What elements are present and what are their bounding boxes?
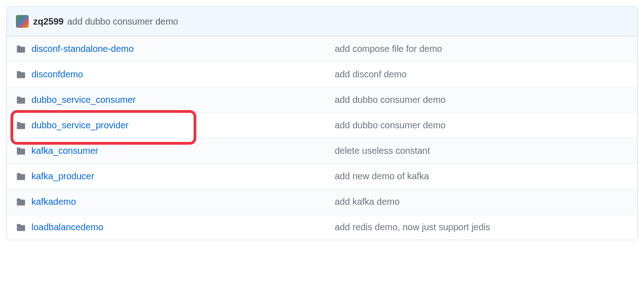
row-commit-message[interactable]: add dubbo consumer demo xyxy=(335,95,628,105)
latest-commit-message[interactable]: add dubbo consumer demo xyxy=(67,16,179,27)
file-name-cell: kafkademo xyxy=(16,197,335,207)
folder-icon xyxy=(16,147,26,155)
file-row: loadbalancedemoadd redis demo, now just … xyxy=(7,214,637,240)
folder-link[interactable]: dubbo_service_provider xyxy=(31,120,128,131)
row-commit-message[interactable]: add new demo of kafka xyxy=(335,171,628,182)
folder-link[interactable]: kafkademo xyxy=(31,197,76,207)
folder-icon xyxy=(16,45,26,53)
row-commit-message[interactable]: add dubbo consumer demo xyxy=(335,120,628,131)
folder-link[interactable]: kafka_consumer xyxy=(31,146,98,156)
folder-icon xyxy=(16,198,26,206)
folder-link[interactable]: disconfdemo xyxy=(31,69,83,80)
author-name[interactable]: zq2599 xyxy=(33,16,64,27)
file-row: disconfdemoadd disconf demo xyxy=(7,61,637,87)
folder-link[interactable]: disconf-standalone-demo xyxy=(31,44,134,54)
folder-link[interactable]: kafka_producer xyxy=(31,171,94,182)
file-name-cell: kafka_consumer xyxy=(16,146,335,156)
row-commit-message[interactable]: add redis demo, now just support jedis xyxy=(335,222,628,232)
latest-commit-header: zq2599 add dubbo consumer demo xyxy=(7,7,637,36)
file-row: dubbo_service_provideradd dubbo consumer… xyxy=(7,112,637,138)
folder-link[interactable]: dubbo_service_consumer xyxy=(31,95,136,105)
file-row: kafka_consumerdelete useless constant xyxy=(7,138,637,163)
file-list: zq2599 add dubbo consumer demo disconf-s… xyxy=(6,6,638,240)
folder-icon xyxy=(16,121,26,130)
file-row: kafkademoadd kafka demo xyxy=(7,189,637,214)
folder-icon xyxy=(16,71,26,79)
file-row: dubbo_service_consumeradd dubbo consumer… xyxy=(7,87,637,112)
file-name-cell: dubbo_service_provider xyxy=(16,120,335,131)
file-name-cell: loadbalancedemo xyxy=(16,222,335,232)
row-commit-message[interactable]: add compose file for demo xyxy=(335,44,628,54)
file-name-cell: dubbo_service_consumer xyxy=(16,95,335,105)
file-row: disconf-standalone-demoadd compose file … xyxy=(7,36,637,61)
folder-icon xyxy=(16,96,26,104)
folder-icon xyxy=(16,223,26,232)
file-row: kafka_produceradd new demo of kafka xyxy=(7,163,637,189)
folder-link[interactable]: loadbalancedemo xyxy=(31,222,103,232)
row-commit-message[interactable]: add disconf demo xyxy=(335,69,628,80)
row-commit-message[interactable]: delete useless constant xyxy=(335,146,628,156)
file-name-cell: kafka_producer xyxy=(16,171,335,182)
folder-icon xyxy=(16,172,26,181)
avatar[interactable] xyxy=(16,15,29,28)
file-name-cell: disconf-standalone-demo xyxy=(16,44,335,54)
file-name-cell: disconfdemo xyxy=(16,69,335,80)
row-commit-message[interactable]: add kafka demo xyxy=(335,197,628,207)
